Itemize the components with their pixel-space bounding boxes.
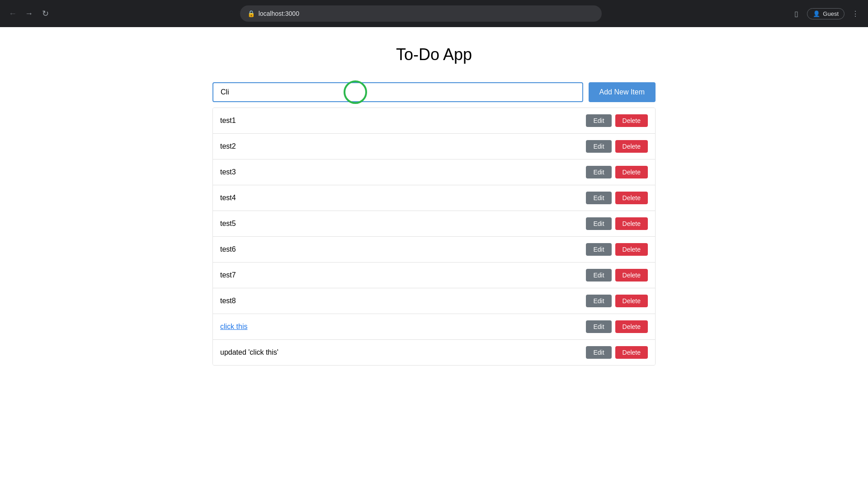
todo-item-7: test7 Edit Delete [213,263,655,288]
edit-button-8[interactable]: Edit [586,295,611,307]
refresh-button[interactable]: ↻ [38,6,52,21]
todo-item-actions-5: Edit Delete [586,217,648,230]
edit-button-2[interactable]: Edit [586,140,611,153]
delete-button-1[interactable]: Delete [615,114,648,127]
todo-item-actions-2: Edit Delete [586,140,648,153]
delete-button-9[interactable]: Delete [615,320,648,333]
todo-item-text-9[interactable]: click this [220,323,247,331]
todo-item-text-5: test5 [220,220,236,228]
delete-button-10[interactable]: Delete [615,346,648,359]
todo-item-10: updated 'click this' Edit Delete [213,340,655,365]
todo-item-2: test2 Edit Delete [213,134,655,160]
back-button[interactable]: ← [5,6,20,21]
browser-chrome: ← → ↻ 🔒 localhost:3000 ▯ 👤 Guest ⋮ [0,0,868,27]
todo-item-text-8: test8 [220,297,236,305]
main-container: Add New Item test1 Edit Delete test2 Edi… [212,82,656,366]
delete-button-2[interactable]: Delete [615,140,648,153]
input-row: Add New Item [212,82,656,102]
todo-item-text-4: test4 [220,194,236,202]
todo-item-text-7: test7 [220,271,236,279]
guest-icon: 👤 [813,10,820,17]
edit-button-10[interactable]: Edit [586,346,611,359]
edit-button-9[interactable]: Edit [586,320,611,333]
delete-button-3[interactable]: Delete [615,166,648,178]
edit-button-3[interactable]: Edit [586,166,611,178]
delete-button-7[interactable]: Delete [615,269,648,282]
todo-item-text-6: test6 [220,245,236,253]
menu-button[interactable]: ⋮ [848,6,863,21]
forward-button[interactable]: → [22,6,36,21]
todo-item-text-1: test1 [220,117,236,125]
todo-item-6: test6 Edit Delete [213,237,655,263]
todo-item-actions-9: Edit Delete [586,320,648,333]
edit-button-7[interactable]: Edit [586,269,611,282]
todo-item-9: click this Edit Delete [213,314,655,340]
address-url: localhost:3000 [259,10,299,17]
app-title: To-Do App [9,45,859,64]
todo-item-text-2: test2 [220,142,236,150]
todo-item-actions-6: Edit Delete [586,243,648,256]
todo-item-actions-3: Edit Delete [586,166,648,178]
delete-button-4[interactable]: Delete [615,192,648,204]
todo-item-actions-7: Edit Delete [586,269,648,282]
todo-item-text-10: updated 'click this' [220,348,278,357]
extensions-button[interactable]: ▯ [789,6,803,21]
delete-button-6[interactable]: Delete [615,243,648,256]
todo-item-3: test3 Edit Delete [213,160,655,185]
lock-icon: 🔒 [247,10,255,17]
todo-item-actions-8: Edit Delete [586,295,648,307]
todo-item-text-3: test3 [220,168,236,176]
browser-nav-buttons: ← → ↻ [5,6,52,21]
address-bar[interactable]: 🔒 localhost:3000 [240,5,602,22]
edit-button-4[interactable]: Edit [586,192,611,204]
todo-item-5: test5 Edit Delete [213,211,655,237]
delete-button-5[interactable]: Delete [615,217,648,230]
todo-item-8: test8 Edit Delete [213,288,655,314]
todo-item-actions-4: Edit Delete [586,192,648,204]
todo-item-actions-10: Edit Delete [586,346,648,359]
todo-item-1: test1 Edit Delete [213,108,655,134]
edit-button-5[interactable]: Edit [586,217,611,230]
app-content: To-Do App Add New Item test1 Edit Delete… [0,27,868,488]
new-item-input[interactable] [212,82,583,102]
guest-label: Guest [823,10,839,17]
edit-button-1[interactable]: Edit [586,114,611,127]
todo-item-4: test4 Edit Delete [213,185,655,211]
edit-button-6[interactable]: Edit [586,243,611,256]
delete-button-8[interactable]: Delete [615,295,648,307]
add-new-item-button[interactable]: Add New Item [589,82,656,102]
todo-item-actions-1: Edit Delete [586,114,648,127]
browser-center: 🔒 localhost:3000 [56,5,785,22]
browser-right: ▯ 👤 Guest ⋮ [789,6,863,21]
guest-button[interactable]: 👤 Guest [807,8,844,19]
todo-list: test1 Edit Delete test2 Edit Delete test… [212,108,656,366]
